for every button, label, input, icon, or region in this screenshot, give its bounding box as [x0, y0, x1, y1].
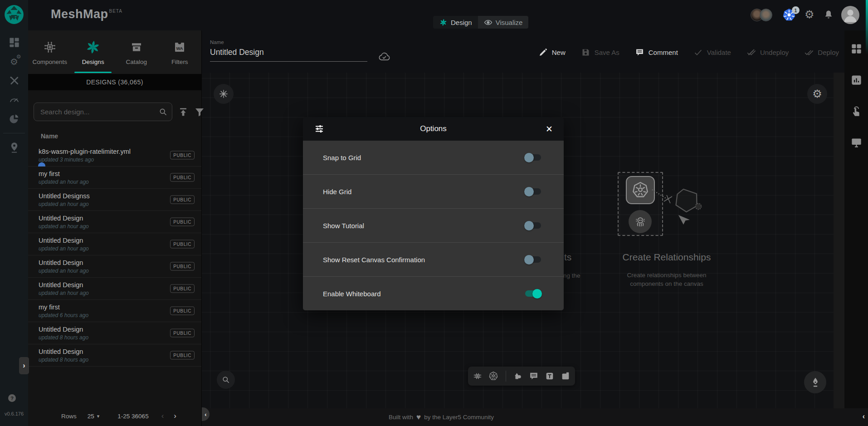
show-reset-confirmation-toggle[interactable]: [525, 256, 541, 263]
rail-kanvas-pin-icon[interactable]: [8, 142, 20, 154]
help-button[interactable]: ?: [8, 394, 16, 402]
snowflake-icon: [219, 89, 229, 99]
rail-extensions-icon[interactable]: [8, 113, 20, 125]
rail-expand-button[interactable]: ›: [19, 357, 29, 374]
modal-title: Options: [325, 124, 542, 133]
design-name-input[interactable]: [210, 45, 367, 62]
monitor-icon[interactable]: [850, 137, 863, 149]
tab-visualize[interactable]: Visualize: [478, 16, 529, 29]
brand-title: MeshMapBETA: [51, 7, 122, 21]
components-icon: [43, 39, 57, 55]
import-design-button[interactable]: [178, 107, 189, 118]
hide-grid-toggle[interactable]: [525, 188, 541, 195]
undeploy-button[interactable]: Undeploy: [746, 48, 789, 57]
canvas-zoom-button[interactable]: [217, 371, 235, 389]
footer-credit: Built with ♥ by the Layer5 Community: [389, 408, 494, 426]
option-label: Show Tutorial: [323, 222, 364, 230]
onboarding-relationship-graphic: [649, 181, 710, 234]
pagination-prev-button[interactable]: ‹: [161, 411, 164, 421]
canvas-settings-button[interactable]: ⚙: [807, 84, 827, 104]
designs-drawer: Components Designs Catalog WA Filters DE…: [28, 30, 202, 426]
floppy-icon: [581, 48, 590, 57]
design-list-row[interactable]: my first updated 6 hours ago PUBLIC: [28, 300, 201, 322]
option-label: Hide Grid: [323, 188, 351, 196]
collaborator-avatars[interactable]: [751, 9, 772, 21]
visibility-badge: PUBLIC: [170, 240, 195, 249]
search-box: [34, 103, 172, 121]
new-button[interactable]: New: [538, 48, 566, 57]
rail-dashboard-icon[interactable]: [8, 36, 20, 49]
magnifier-icon: [221, 375, 230, 384]
design-list-row[interactable]: my first updated an hour ago PUBLIC: [28, 166, 201, 189]
layer5-logo-icon[interactable]: [4, 5, 24, 24]
tab-filters[interactable]: WA Filters: [158, 30, 202, 74]
design-list-row[interactable]: Untitled Design updated an hour ago PUBL…: [28, 233, 201, 255]
search-input[interactable]: [34, 103, 172, 121]
rows-per-page-select[interactable]: 25▾: [88, 413, 100, 420]
rail-lifecycle-icon[interactable]: ⚙⚙: [8, 55, 20, 68]
snap-to-grid-toggle[interactable]: [525, 154, 541, 161]
meshmap-app: ⚙⚙ › ? v0.6.176 MeshMapBETA Design: [0, 0, 868, 426]
close-icon[interactable]: ✕: [542, 124, 553, 134]
visibility-badge: PUBLIC: [170, 262, 195, 271]
settings-gear-icon[interactable]: ⚙: [805, 8, 814, 21]
cloud-saved-icon[interactable]: [378, 50, 390, 63]
text-tool-icon[interactable]: [545, 371, 555, 382]
validate-button[interactable]: Validate: [693, 48, 731, 57]
shapes-tool-icon[interactable]: [513, 371, 523, 382]
check-icon: [693, 48, 703, 57]
tab-designs[interactable]: Designs: [72, 30, 115, 74]
option-row: Show Tutorial: [303, 209, 564, 243]
design-list-row[interactable]: Untitled Design updated an hour ago PUBL…: [28, 278, 201, 300]
mode-switcher: Design Visualize: [433, 16, 528, 29]
chart-icon[interactable]: [850, 74, 863, 86]
app-footer: ‹ Built with ♥ by the Layer5 Community ‹: [202, 408, 868, 426]
touch-interaction-icon[interactable]: [850, 105, 863, 118]
designs-list: k8s-wasm-plugin-ratelimiter.yml updated …: [28, 144, 201, 367]
notifications-bell-icon[interactable]: [823, 9, 834, 20]
collapse-panel-button[interactable]: ‹: [202, 407, 210, 421]
show-tutorial-toggle[interactable]: [525, 222, 541, 229]
app-header: MeshMapBETA Design Visualize 1 ⚙: [28, 0, 868, 31]
design-list-row[interactable]: Untitled Design updated an hour ago PUBL…: [28, 255, 201, 278]
comment-button[interactable]: Comment: [635, 48, 678, 57]
collapse-dock-button[interactable]: ‹: [863, 412, 865, 421]
comment-tool-icon[interactable]: [529, 371, 539, 382]
tab-components[interactable]: Components: [28, 30, 72, 74]
media-tool-icon[interactable]: [561, 371, 571, 382]
filter-funnel-button[interactable]: [194, 107, 205, 118]
enable-whiteboard-toggle[interactable]: [525, 290, 541, 297]
design-list-row[interactable]: Untitled Design updated 8 hours ago PUBL…: [28, 322, 201, 344]
pencil-icon: [538, 48, 548, 57]
option-row: Show Reset Canvas Confirmation: [303, 243, 564, 277]
visibility-badge: PUBLIC: [170, 218, 195, 226]
rail-performance-icon[interactable]: [8, 93, 20, 106]
design-list-row[interactable]: Untitled Designss updated an hour ago PU…: [28, 189, 201, 211]
deploy-button[interactable]: Deploy: [804, 48, 839, 57]
kubernetes-tool-icon[interactable]: [488, 371, 499, 382]
design-list-row[interactable]: Untitled Design updated 8 hours ago PUBL…: [28, 344, 201, 367]
user-avatar[interactable]: [841, 6, 859, 24]
rows-label: Rows: [61, 413, 77, 420]
app-version: v0.6.176: [0, 411, 28, 416]
option-label: Show Reset Canvas Confirmation: [323, 256, 425, 264]
whiteboard-pen-button[interactable]: [804, 371, 826, 393]
widgets-icon[interactable]: [850, 43, 863, 55]
component-tool-icon[interactable]: [473, 371, 483, 382]
save-as-button[interactable]: Save As: [581, 48, 619, 57]
design-list-row[interactable]: Untitled Design updated an hour ago PUBL…: [28, 211, 201, 233]
rail-divider: [3, 133, 25, 133]
design-list-row[interactable]: k8s-wasm-plugin-ratelimiter.yml updated …: [28, 144, 201, 166]
designs-spiral-icon: [85, 39, 101, 55]
question-icon: ?: [10, 396, 14, 401]
rail-configuration-icon[interactable]: [8, 74, 20, 87]
tab-catalog[interactable]: Catalog: [115, 30, 158, 74]
pagination-next-button[interactable]: ›: [174, 411, 176, 421]
collaborator-presence-avatar: [38, 162, 45, 166]
options-modal-body: Snap to Grid Hide Grid Show Tutorial Sho…: [303, 141, 564, 310]
tab-design[interactable]: Design: [433, 16, 478, 29]
comment-icon: [635, 48, 644, 57]
design-name-field: Name: [210, 39, 374, 62]
canvas-k8s-actions-button[interactable]: [214, 84, 234, 104]
collaborator-avatar[interactable]: [760, 9, 772, 21]
